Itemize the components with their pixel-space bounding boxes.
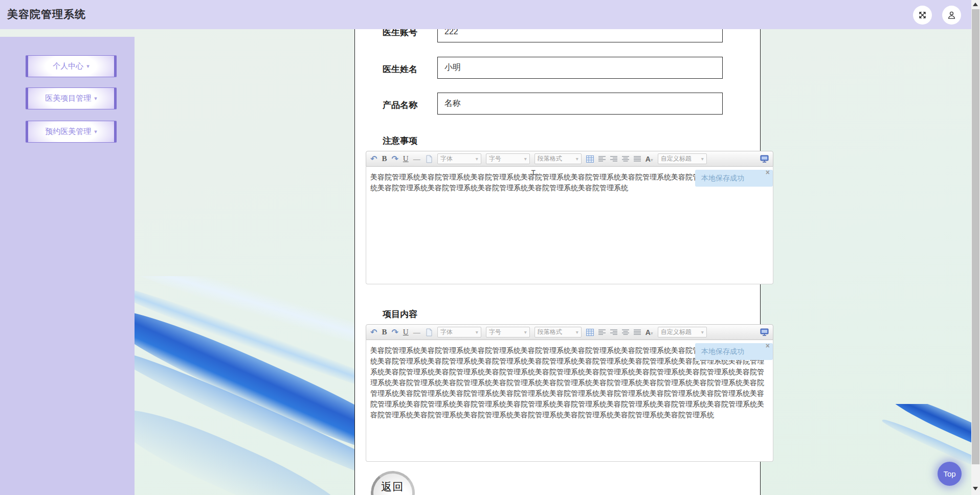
chevron-down-icon: ▾ bbox=[86, 63, 90, 70]
sidebar: 个人中心 ▾ 医美项目管理 ▾ 预约医美管理 ▾ bbox=[0, 37, 135, 495]
fullscreen-icon bbox=[918, 10, 927, 20]
sidebar-item-project-management[interactable]: 医美项目管理 ▾ bbox=[26, 87, 117, 109]
paste-icon[interactable] bbox=[425, 155, 433, 163]
top-button-label: Top bbox=[943, 469, 955, 478]
bold-button[interactable]: B bbox=[382, 328, 387, 336]
text-cursor: ⌶ bbox=[531, 168, 536, 177]
chevron-down-icon: ▾ bbox=[476, 156, 478, 162]
user-button[interactable] bbox=[942, 6, 961, 25]
font-color-button[interactable]: A▾ bbox=[645, 155, 653, 163]
wallpaper-waves-right bbox=[761, 404, 971, 495]
chevron-down-icon: ▾ bbox=[651, 157, 653, 163]
scroll-down-arrow[interactable] bbox=[973, 487, 978, 490]
redo-icon[interactable]: ↷ bbox=[391, 155, 398, 163]
horizontal-rule-button[interactable]: — bbox=[413, 155, 420, 163]
toast-close-icon[interactable]: × bbox=[766, 169, 770, 176]
app-root: 个人中心 ▾ 医美项目管理 ▾ 预约医美管理 ▾ 医生账号 医生姓名 产品名称 … bbox=[0, 0, 980, 495]
product-name-input[interactable] bbox=[437, 93, 723, 115]
underline-button[interactable]: U bbox=[403, 155, 409, 163]
chevron-down-icon: ▾ bbox=[651, 330, 653, 336]
user-icon bbox=[947, 10, 956, 20]
bold-button[interactable]: B bbox=[382, 155, 387, 163]
align-center-icon[interactable] bbox=[622, 329, 629, 335]
paste-icon[interactable] bbox=[425, 328, 433, 336]
scrollbar-thumb[interactable] bbox=[972, 9, 979, 464]
font-color-button[interactable]: A▾ bbox=[645, 329, 653, 336]
chevron-down-icon: ▾ bbox=[524, 329, 527, 335]
chevron-down-icon: ▾ bbox=[476, 329, 478, 335]
save-success-toast: 本地保存成功 bbox=[695, 343, 773, 360]
sidebar-item-label: 个人中心 bbox=[53, 61, 83, 71]
fullscreen-button[interactable] bbox=[913, 6, 932, 25]
section-label-content: 项目内容 bbox=[383, 308, 417, 320]
horizontal-rule-button[interactable]: — bbox=[413, 329, 420, 336]
undo-icon[interactable]: ↶ bbox=[370, 155, 377, 163]
align-left-icon[interactable] bbox=[598, 156, 606, 162]
chevron-down-icon: ▾ bbox=[94, 128, 97, 135]
font-size-select[interactable]: 字号 ▾ bbox=[486, 153, 530, 164]
content-editor: ↶ B ↷ U — 字体 ▾ 字号 ▾ 段落格式 ▾ bbox=[366, 324, 773, 462]
paragraph-format-select[interactable]: 段落格式 ▾ bbox=[534, 327, 582, 338]
chevron-down-icon: ▾ bbox=[576, 329, 578, 335]
redo-icon[interactable]: ↷ bbox=[391, 328, 398, 336]
underline-button[interactable]: U bbox=[403, 328, 409, 336]
table-icon[interactable] bbox=[586, 329, 594, 336]
app-title: 美容院管理系统 bbox=[7, 7, 86, 21]
notes-editor-body[interactable]: 美容院管理系统美容院管理系统美容院管理系统美容院管理系统美容院管理系统美容院管理… bbox=[366, 167, 773, 284]
chevron-down-icon: ▾ bbox=[701, 329, 704, 335]
scroll-to-top-button[interactable]: Top bbox=[938, 462, 962, 486]
toast-close-icon[interactable]: × bbox=[766, 342, 770, 349]
align-justify-icon[interactable] bbox=[634, 329, 641, 335]
app-header: 美容院管理系统 bbox=[0, 0, 971, 29]
editor-toolbar: ↶ B ↷ U — 字体 ▾ 字号 ▾ 段落格式 ▾ bbox=[366, 324, 773, 340]
sidebar-item-label: 预约医美管理 bbox=[45, 127, 91, 137]
align-justify-icon[interactable] bbox=[634, 156, 641, 162]
chevron-down-icon: ▾ bbox=[524, 156, 527, 162]
font-family-select[interactable]: 字体 ▾ bbox=[437, 327, 481, 338]
custom-title-select[interactable]: 自定义标题 ▾ bbox=[658, 327, 707, 338]
fullscreen-editor-icon[interactable] bbox=[760, 328, 769, 336]
scrollbar bbox=[971, 0, 980, 495]
undo-icon[interactable]: ↶ bbox=[370, 328, 377, 336]
section-label-notes: 注意事项 bbox=[383, 135, 417, 147]
field-label-product-name: 产品名称 bbox=[383, 99, 417, 111]
sidebar-item-personal-center[interactable]: 个人中心 ▾ bbox=[26, 55, 117, 77]
notes-editor: ↶ B ↷ U — 字体 ▾ 字号 ▾ 段落格式 ▾ bbox=[366, 151, 773, 284]
content-editor-body[interactable]: 美容院管理系统美容院管理系统美容院管理系统美容院管理系统美容院管理系统美容院管理… bbox=[366, 340, 773, 462]
chevron-down-icon: ▾ bbox=[576, 156, 578, 162]
fullscreen-editor-icon[interactable] bbox=[760, 155, 769, 163]
paragraph-format-select[interactable]: 段落格式 ▾ bbox=[534, 153, 582, 164]
custom-title-select[interactable]: 自定义标题 ▾ bbox=[658, 153, 707, 164]
chevron-down-icon: ▾ bbox=[701, 156, 704, 162]
editor-toolbar: ↶ B ↷ U — 字体 ▾ 字号 ▾ 段落格式 ▾ bbox=[366, 151, 773, 167]
chevron-down-icon: ▾ bbox=[94, 95, 97, 102]
back-button-label: 返回 bbox=[381, 480, 404, 494]
align-left-icon[interactable] bbox=[598, 329, 606, 335]
doctor-name-input[interactable] bbox=[437, 57, 723, 79]
sidebar-item-appointment-management[interactable]: 预约医美管理 ▾ bbox=[26, 121, 117, 143]
font-size-select[interactable]: 字号 ▾ bbox=[486, 327, 530, 338]
align-right-icon[interactable] bbox=[610, 329, 617, 335]
font-family-select[interactable]: 字体 ▾ bbox=[437, 153, 481, 164]
scroll-up-arrow[interactable] bbox=[973, 3, 978, 6]
field-label-doctor-name: 医生姓名 bbox=[383, 63, 417, 75]
table-icon[interactable] bbox=[586, 155, 594, 163]
align-right-icon[interactable] bbox=[610, 156, 617, 162]
wallpaper-waves-left bbox=[135, 276, 354, 495]
save-success-toast: 本地保存成功 bbox=[695, 170, 773, 187]
align-center-icon[interactable] bbox=[622, 156, 629, 162]
sidebar-item-label: 医美项目管理 bbox=[45, 94, 91, 103]
